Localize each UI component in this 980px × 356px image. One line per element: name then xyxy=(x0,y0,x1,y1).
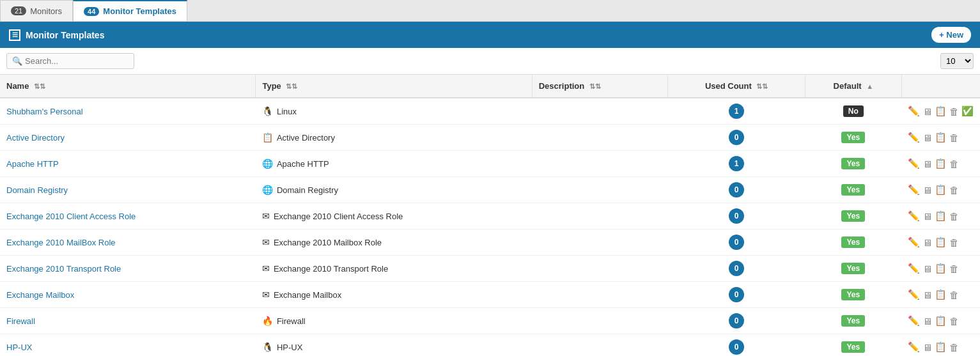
cell-actions: ✏️ 🖥 📋 🗑 xyxy=(901,151,980,177)
cell-name: Exchange Mailbox xyxy=(0,282,256,308)
tab-monitors[interactable]: 21 Monitors xyxy=(0,0,73,21)
used-count-badge: 0 xyxy=(729,182,744,197)
delete-icon[interactable]: 🗑 xyxy=(949,316,959,327)
table-row: Exchange 2010 Client Access Role✉Exchang… xyxy=(0,203,980,229)
delete-icon[interactable]: 🗑 xyxy=(949,290,959,300)
type-label: Linux xyxy=(277,107,297,116)
copy-icon[interactable]: 📋 xyxy=(935,132,947,143)
row-name-link[interactable]: Exchange 2010 Client Access Role xyxy=(6,212,136,221)
default-badge: No xyxy=(843,105,864,117)
delete-icon[interactable]: 🗑 xyxy=(949,263,959,274)
monitor-icon[interactable]: 🖥 xyxy=(922,342,932,353)
edit-icon[interactable]: ✏️ xyxy=(908,184,920,196)
cell-description xyxy=(532,151,667,177)
edit-icon[interactable]: ✏️ xyxy=(908,236,920,248)
cell-used-count: 1 xyxy=(668,151,805,177)
cell-name: Exchange 2010 Transport Role xyxy=(0,256,256,282)
tabs-container: 21 Monitors 44 Monitor Templates xyxy=(0,0,980,22)
edit-icon[interactable]: ✏️ xyxy=(908,341,920,353)
copy-icon[interactable]: 📋 xyxy=(935,341,947,353)
row-name-link[interactable]: Firewall xyxy=(6,316,35,326)
search-input[interactable] xyxy=(25,56,127,66)
edit-icon[interactable]: ✏️ xyxy=(908,315,920,327)
cell-used-count: 1 xyxy=(668,98,805,125)
cell-default: Yes xyxy=(805,256,901,282)
edit-icon[interactable]: ✏️ xyxy=(908,158,920,169)
cell-default: Yes xyxy=(805,229,901,256)
monitor-icon[interactable]: 🖥 xyxy=(922,159,932,169)
type-label: Exchange 2010 Client Access Role xyxy=(274,212,403,221)
row-name-link[interactable]: Domain Registry xyxy=(6,185,68,195)
copy-icon[interactable]: 📋 xyxy=(935,315,947,327)
col-used-count[interactable]: Used Count ⇅ xyxy=(668,75,805,98)
cell-type: 🔥Firewall xyxy=(256,308,532,334)
delete-icon[interactable]: 🗑 xyxy=(949,211,959,222)
monitor-icon[interactable]: 🖥 xyxy=(922,211,932,222)
description-sort-icon: ⇅ xyxy=(589,82,601,90)
cell-default: Yes xyxy=(805,203,901,229)
cell-description xyxy=(532,98,667,125)
monitor-icon[interactable]: 🖥 xyxy=(922,316,932,327)
type-icon: 🔥 xyxy=(262,316,273,326)
delete-icon[interactable]: 🗑 xyxy=(949,185,959,196)
cell-actions: ✏️ 🖥 📋 🗑 xyxy=(901,177,980,203)
copy-icon[interactable]: 📋 xyxy=(935,289,947,300)
default-sort-icon xyxy=(866,82,873,90)
row-name-link[interactable]: Shubham's Personal xyxy=(6,107,83,116)
monitor-icon[interactable]: 🖥 xyxy=(922,106,932,117)
row-name-link[interactable]: Exchange Mailbox xyxy=(6,290,74,300)
row-name-link[interactable]: HP-UX xyxy=(6,343,32,352)
cell-used-count: 0 xyxy=(668,203,805,229)
copy-icon[interactable]: 📋 xyxy=(935,236,947,248)
delete-icon[interactable]: 🗑 xyxy=(949,237,959,248)
copy-icon[interactable]: 📋 xyxy=(935,184,947,196)
copy-icon[interactable]: 📋 xyxy=(935,263,947,274)
default-badge: Yes xyxy=(841,210,865,222)
col-default[interactable]: Default xyxy=(805,75,901,98)
copy-icon[interactable]: 📋 xyxy=(935,158,947,169)
cell-description xyxy=(532,256,667,282)
delete-icon[interactable]: 🗑 xyxy=(949,106,959,117)
delete-icon[interactable]: 🗑 xyxy=(949,132,959,143)
row-name-link[interactable]: Exchange 2010 MailBox Role xyxy=(6,238,116,247)
col-name[interactable]: Name ⇅ xyxy=(0,75,256,98)
copy-icon[interactable]: 📋 xyxy=(935,210,947,222)
monitor-icon[interactable]: 🖥 xyxy=(922,185,932,196)
check-icon[interactable]: ✅ xyxy=(961,105,974,117)
used-count-badge: 0 xyxy=(729,235,744,250)
cell-used-count: 0 xyxy=(668,125,805,151)
per-page-select[interactable]: 10 25 50 100 xyxy=(940,53,974,69)
edit-icon[interactable]: ✏️ xyxy=(908,132,920,143)
col-description[interactable]: Description ⇅ xyxy=(532,75,667,98)
edit-icon[interactable]: ✏️ xyxy=(908,263,920,274)
edit-icon[interactable]: ✏️ xyxy=(908,105,920,117)
cell-default: Yes xyxy=(805,151,901,177)
edit-icon[interactable]: ✏️ xyxy=(908,210,920,222)
default-badge: Yes xyxy=(841,236,865,248)
tab-monitor-templates-label: Monitor Templates xyxy=(103,6,176,16)
type-label: Domain Registry xyxy=(277,185,338,195)
monitor-icon[interactable]: 🖥 xyxy=(922,132,932,143)
row-name-link[interactable]: Active Directory xyxy=(6,133,65,143)
monitor-icon[interactable]: 🖥 xyxy=(922,237,932,248)
table-container: Name ⇅ Type ⇅ Description ⇅ Used Count ⇅… xyxy=(0,75,980,356)
col-type[interactable]: Type ⇅ xyxy=(256,75,532,98)
row-name-link[interactable]: Apache HTTP xyxy=(6,159,59,169)
used-count-badge: 0 xyxy=(729,261,744,276)
monitor-icon[interactable]: 🖥 xyxy=(922,290,932,300)
new-button[interactable]: + New xyxy=(931,27,971,43)
type-icon: ✉ xyxy=(262,237,270,247)
cell-default: Yes xyxy=(805,125,901,151)
cell-default: Yes xyxy=(805,177,901,203)
copy-icon[interactable]: 📋 xyxy=(935,105,947,117)
monitor-icon[interactable]: 🖥 xyxy=(922,263,932,274)
tab-monitor-templates[interactable]: 44 Monitor Templates xyxy=(73,0,187,21)
delete-icon[interactable]: 🗑 xyxy=(949,342,959,353)
delete-icon[interactable]: 🗑 xyxy=(949,159,959,169)
cell-description xyxy=(532,125,667,151)
table-row: Firewall🔥Firewall0Yes ✏️ 🖥 📋 🗑 xyxy=(0,308,980,334)
type-icon: ✉ xyxy=(262,290,270,300)
row-name-link[interactable]: Exchange 2010 Transport Role xyxy=(6,264,121,274)
type-icon: 🌐 xyxy=(262,185,273,195)
edit-icon[interactable]: ✏️ xyxy=(908,289,920,300)
